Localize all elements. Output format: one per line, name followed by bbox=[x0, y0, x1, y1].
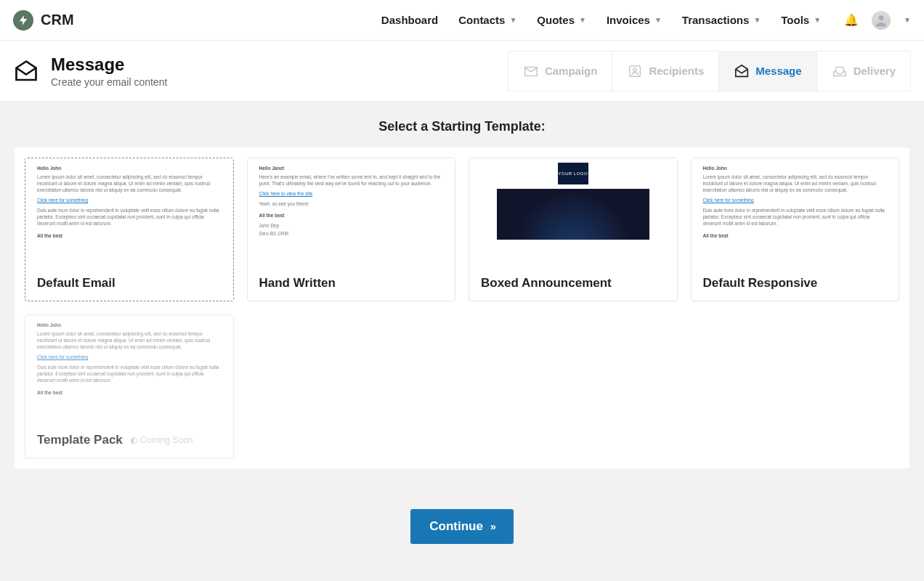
chevrons-right-icon: » bbox=[490, 521, 495, 532]
nav-transactions[interactable]: Transactions ▼ bbox=[682, 14, 761, 26]
templates-grid: Hello John Lorem ipsum dolor sit amet, c… bbox=[25, 158, 899, 458]
envelope-open-icon bbox=[13, 58, 39, 84]
svg-point-0 bbox=[879, 15, 884, 20]
template-preview: YOUR LOGO bbox=[469, 158, 677, 266]
bell-icon[interactable]: 🔔 bbox=[844, 13, 859, 27]
avatar[interactable] bbox=[872, 11, 891, 30]
step-message[interactable]: Message bbox=[719, 51, 816, 92]
template-preview: Hello John Lorem ipsum dolor sit amet, c… bbox=[25, 315, 233, 423]
template-card-default-responsive[interactable]: Hello John Lorem ipsum dolor sit amet, c… bbox=[691, 158, 900, 301]
step-delivery[interactable]: Delivery bbox=[817, 51, 911, 92]
inbox-icon bbox=[832, 63, 848, 79]
brand-logo-icon bbox=[13, 10, 33, 31]
template-card-hand-written[interactable]: Hello Janet Here's an example email, whe… bbox=[247, 158, 456, 301]
wizard-steps: Campaign Recipients Message Delivery bbox=[508, 51, 911, 92]
chevron-down-icon: ▼ bbox=[654, 16, 662, 24]
coming-soon-badge: ◐ Coming Soon bbox=[130, 435, 193, 445]
continue-wrap: Continue » bbox=[0, 509, 924, 544]
template-name: Default Responsive bbox=[692, 266, 899, 301]
templates-container: Hello John Lorem ipsum dolor sit amet, c… bbox=[15, 147, 909, 468]
logo-placeholder: YOUR LOGO bbox=[558, 163, 588, 184]
top-nav: CRM Dashboard Contacts ▼ Quotes ▼ Invoic… bbox=[0, 0, 924, 41]
chevron-down-icon: ▼ bbox=[579, 16, 586, 24]
template-preview: Hello Janet Here's an example email, whe… bbox=[248, 158, 455, 266]
chevron-down-icon: ▼ bbox=[509, 16, 516, 24]
template-preview: Hello John Lorem ipsum dolor sit amet, c… bbox=[25, 158, 233, 266]
nav-quotes[interactable]: Quotes ▼ bbox=[537, 14, 586, 26]
page-subtitle: Create your email content bbox=[51, 76, 167, 88]
template-preview: Hello John Lorem ipsum dolor sit amet, c… bbox=[692, 158, 899, 266]
hero-image-placeholder bbox=[497, 189, 649, 240]
nav-invoices[interactable]: Invoices ▼ bbox=[607, 14, 662, 26]
brand[interactable]: CRM bbox=[13, 10, 74, 31]
template-card-boxed-announcement[interactable]: YOUR LOGO Boxed Announcement bbox=[469, 158, 678, 301]
brand-name: CRM bbox=[41, 12, 74, 28]
page-title: Message bbox=[51, 54, 167, 75]
section-title: Select a Starting Template: bbox=[0, 102, 924, 147]
chevron-down-icon[interactable]: ▼ bbox=[904, 16, 911, 24]
svg-point-3 bbox=[633, 68, 636, 70]
template-name: Hand Written bbox=[248, 266, 455, 301]
page-title-wrap: Message Create your email content bbox=[13, 54, 167, 88]
user-icon bbox=[627, 63, 643, 79]
main-area: Select a Starting Template: Hello John L… bbox=[0, 102, 924, 581]
subheader: Message Create your email content Campai… bbox=[0, 41, 924, 102]
step-campaign[interactable]: Campaign bbox=[508, 51, 613, 92]
template-name: Template Pack ◐ Coming Soon bbox=[25, 423, 233, 458]
chevron-down-icon: ▼ bbox=[753, 16, 761, 24]
nav-right: 🔔 ▼ bbox=[844, 11, 911, 30]
nav-tools[interactable]: Tools ▼ bbox=[781, 14, 821, 26]
template-name: Boxed Announcement bbox=[469, 266, 677, 301]
template-card-default-email[interactable]: Hello John Lorem ipsum dolor sit amet, c… bbox=[25, 158, 234, 301]
clock-icon: ◐ bbox=[130, 435, 137, 445]
nav-dashboard[interactable]: Dashboard bbox=[381, 14, 438, 26]
template-card-template-pack[interactable]: Hello John Lorem ipsum dolor sit amet, c… bbox=[25, 314, 234, 458]
template-name: Default Email bbox=[25, 266, 233, 301]
nav-items: Dashboard Contacts ▼ Quotes ▼ Invoices ▼… bbox=[381, 14, 821, 26]
envelope-open-icon bbox=[734, 63, 750, 79]
nav-contacts[interactable]: Contacts ▼ bbox=[458, 14, 516, 26]
chevron-down-icon: ▼ bbox=[814, 16, 821, 24]
envelope-icon bbox=[523, 63, 539, 79]
step-recipients[interactable]: Recipients bbox=[612, 51, 719, 92]
continue-button[interactable]: Continue » bbox=[410, 509, 513, 544]
